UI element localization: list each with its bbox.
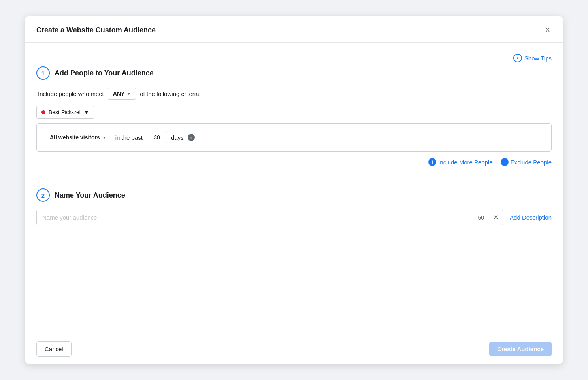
any-dropdown[interactable]: ANY ▼ xyxy=(108,88,136,100)
add-description-button[interactable]: Add Description xyxy=(510,214,552,221)
action-row: + Include More People − Exclude People xyxy=(36,158,552,166)
visitor-row: All website visitors ▼ in the past days … xyxy=(45,132,543,143)
section-add-people: 1 Add People to Your Audience Include pe… xyxy=(36,66,552,166)
pixel-dropdown-arrow: ▼ xyxy=(84,109,89,115)
section2-header: 2 Name Your Audience xyxy=(36,188,552,202)
section-divider xyxy=(36,179,552,179)
criteria-suffix: of the following criteria: xyxy=(140,90,200,97)
step1-circle: 1 xyxy=(36,66,50,80)
pixel-selector[interactable]: Best Pick-zel ▼ xyxy=(36,106,94,119)
days-label: days xyxy=(171,134,184,141)
exclude-people-label: Exclude People xyxy=(511,159,552,166)
criteria-box: All website visitors ▼ in the past days … xyxy=(36,123,552,152)
include-more-people-button[interactable]: + Include More People xyxy=(428,158,493,166)
exclude-people-button[interactable]: − Exclude People xyxy=(501,158,552,166)
clear-name-button[interactable]: ✕ xyxy=(488,211,503,224)
modal-container: Create a Website Custom Audience × ‹ Sho… xyxy=(25,16,563,364)
show-tips-label: Show Tips xyxy=(524,55,552,62)
cancel-button[interactable]: Cancel xyxy=(36,341,72,357)
pixel-status-dot xyxy=(41,110,45,114)
step2-circle: 2 xyxy=(36,188,50,202)
visitor-type-arrow: ▼ xyxy=(102,135,106,140)
modal-title: Create a Website Custom Audience xyxy=(36,26,156,34)
char-count: 50 xyxy=(474,214,488,221)
name-input-row: 50 ✕ Add Description xyxy=(36,210,552,225)
visitor-type-dropdown[interactable]: All website visitors ▼ xyxy=(45,132,111,143)
show-tips-icon: ‹ xyxy=(513,54,522,62)
show-tips-button[interactable]: ‹ Show Tips xyxy=(513,54,552,62)
days-input[interactable] xyxy=(147,132,167,143)
create-audience-button[interactable]: Create Audience xyxy=(489,342,552,356)
close-button[interactable]: × xyxy=(543,24,552,36)
days-info-icon[interactable]: i xyxy=(188,134,195,141)
criteria-row: Include people who meet ANY ▼ of the fol… xyxy=(36,88,552,100)
include-more-label: Include More People xyxy=(438,159,493,166)
any-dropdown-arrow: ▼ xyxy=(127,92,131,96)
modal-header: Create a Website Custom Audience × xyxy=(25,16,563,43)
exclude-minus-icon: − xyxy=(501,158,509,166)
criteria-prefix: Include people who meet xyxy=(38,90,104,97)
audience-name-input[interactable] xyxy=(37,210,474,225)
modal-footer: Cancel Create Audience xyxy=(25,334,563,364)
in-the-past-label: in the past xyxy=(115,134,143,141)
show-tips-area: ‹ Show Tips xyxy=(36,54,552,62)
pixel-name: Best Pick-zel xyxy=(49,109,81,115)
any-dropdown-label: ANY xyxy=(113,90,125,97)
name-input-wrapper: 50 ✕ xyxy=(36,210,503,225)
modal-body: ‹ Show Tips 1 Add People to Your Audienc… xyxy=(25,43,563,334)
section1-header: 1 Add People to Your Audience xyxy=(36,66,552,80)
section-name-audience: 2 Name Your Audience 50 ✕ Add Descriptio… xyxy=(36,188,552,225)
include-more-plus-icon: + xyxy=(428,158,436,166)
section1-title: Add People to Your Audience xyxy=(55,69,154,77)
section2-title: Name Your Audience xyxy=(55,191,125,199)
visitor-type-label: All website visitors xyxy=(50,134,100,141)
